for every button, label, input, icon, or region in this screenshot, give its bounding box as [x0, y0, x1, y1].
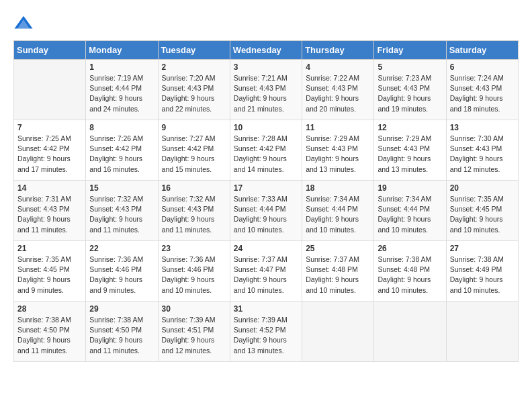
day-info: Sunrise: 7:23 AM Sunset: 4:43 PM Dayligh… — [378, 73, 442, 114]
day-number: 23 — [162, 244, 226, 253]
calendar-week-row: 21Sunrise: 7:35 AM Sunset: 4:45 PM Dayli… — [14, 241, 519, 302]
day-info: Sunrise: 7:19 AM Sunset: 4:44 PM Dayligh… — [89, 73, 154, 114]
day-info: Sunrise: 7:27 AM Sunset: 4:42 PM Dayligh… — [162, 134, 226, 175]
day-info: Sunrise: 7:24 AM Sunset: 4:43 PM Dayligh… — [450, 73, 515, 114]
calendar-week-row: 14Sunrise: 7:31 AM Sunset: 4:43 PM Dayli… — [14, 181, 519, 241]
calendar-cell: 25Sunrise: 7:37 AM Sunset: 4:48 PM Dayli… — [302, 241, 374, 302]
day-info: Sunrise: 7:38 AM Sunset: 4:50 PM Dayligh… — [17, 315, 82, 356]
calendar-table: SundayMondayTuesdayWednesdayThursdayFrid… — [13, 40, 519, 362]
day-info: Sunrise: 7:32 AM Sunset: 4:43 PM Dayligh… — [162, 194, 226, 235]
calendar-cell: 30Sunrise: 7:39 AM Sunset: 4:51 PM Dayli… — [158, 302, 230, 362]
day-info: Sunrise: 7:29 AM Sunset: 4:43 PM Dayligh… — [378, 134, 442, 175]
day-info: Sunrise: 7:39 AM Sunset: 4:51 PM Dayligh… — [162, 315, 226, 356]
calendar-cell: 24Sunrise: 7:37 AM Sunset: 4:47 PM Dayli… — [230, 241, 302, 302]
day-number: 10 — [234, 123, 298, 132]
day-number: 27 — [450, 244, 515, 253]
day-number: 19 — [378, 183, 442, 193]
calendar-cell — [374, 302, 446, 362]
day-number: 17 — [234, 183, 298, 193]
header-thursday: Thursday — [302, 41, 374, 60]
calendar-cell: 18Sunrise: 7:34 AM Sunset: 4:44 PM Dayli… — [302, 181, 374, 241]
calendar-week-row: 7Sunrise: 7:25 AM Sunset: 4:42 PM Daylig… — [14, 120, 519, 181]
header-saturday: Saturday — [446, 41, 518, 60]
calendar-cell: 14Sunrise: 7:31 AM Sunset: 4:43 PM Dayli… — [14, 181, 86, 241]
day-info: Sunrise: 7:38 AM Sunset: 4:50 PM Dayligh… — [89, 315, 154, 356]
day-number: 28 — [17, 304, 82, 314]
calendar-cell: 22Sunrise: 7:36 AM Sunset: 4:46 PM Dayli… — [86, 241, 158, 302]
calendar-cell: 31Sunrise: 7:39 AM Sunset: 4:52 PM Dayli… — [230, 302, 302, 362]
day-number: 7 — [17, 123, 82, 132]
calendar-cell: 20Sunrise: 7:35 AM Sunset: 4:45 PM Dayli… — [446, 181, 518, 241]
calendar-cell: 26Sunrise: 7:38 AM Sunset: 4:48 PM Dayli… — [374, 241, 446, 302]
day-number: 3 — [234, 62, 298, 72]
day-info: Sunrise: 7:26 AM Sunset: 4:42 PM Dayligh… — [89, 134, 154, 175]
calendar-cell: 1Sunrise: 7:19 AM Sunset: 4:44 PM Daylig… — [86, 60, 158, 120]
day-info: Sunrise: 7:39 AM Sunset: 4:52 PM Dayligh… — [234, 315, 298, 356]
day-number: 12 — [378, 123, 442, 132]
day-info: Sunrise: 7:35 AM Sunset: 4:45 PM Dayligh… — [17, 255, 82, 295]
calendar-week-row: 1Sunrise: 7:19 AM Sunset: 4:44 PM Daylig… — [14, 60, 519, 120]
calendar-cell: 28Sunrise: 7:38 AM Sunset: 4:50 PM Dayli… — [14, 302, 86, 362]
day-number: 20 — [450, 183, 515, 193]
day-info: Sunrise: 7:31 AM Sunset: 4:43 PM Dayligh… — [17, 194, 82, 235]
day-number: 8 — [89, 123, 154, 132]
day-number: 18 — [306, 183, 370, 193]
day-number: 24 — [234, 244, 298, 253]
calendar-cell: 7Sunrise: 7:25 AM Sunset: 4:42 PM Daylig… — [14, 120, 86, 181]
day-number: 22 — [89, 244, 154, 253]
day-info: Sunrise: 7:37 AM Sunset: 4:47 PM Dayligh… — [234, 255, 298, 295]
day-info: Sunrise: 7:30 AM Sunset: 4:43 PM Dayligh… — [450, 134, 515, 175]
day-number: 31 — [234, 304, 298, 314]
calendar-cell — [446, 302, 518, 362]
page-header — [13, 13, 519, 34]
calendar-cell: 4Sunrise: 7:22 AM Sunset: 4:43 PM Daylig… — [302, 60, 374, 120]
calendar-cell: 8Sunrise: 7:26 AM Sunset: 4:42 PM Daylig… — [86, 120, 158, 181]
day-info: Sunrise: 7:32 AM Sunset: 4:43 PM Dayligh… — [89, 194, 154, 235]
day-number: 29 — [89, 304, 154, 314]
day-info: Sunrise: 7:25 AM Sunset: 4:42 PM Dayligh… — [17, 134, 82, 175]
calendar-cell: 9Sunrise: 7:27 AM Sunset: 4:42 PM Daylig… — [158, 120, 230, 181]
day-info: Sunrise: 7:29 AM Sunset: 4:43 PM Dayligh… — [306, 134, 370, 175]
calendar-cell: 12Sunrise: 7:29 AM Sunset: 4:43 PM Dayli… — [374, 120, 446, 181]
day-info: Sunrise: 7:35 AM Sunset: 4:45 PM Dayligh… — [450, 194, 515, 235]
day-number: 4 — [306, 62, 370, 72]
header-monday: Monday — [86, 41, 158, 60]
logo — [13, 13, 36, 34]
day-number: 16 — [162, 183, 226, 193]
calendar-cell: 17Sunrise: 7:33 AM Sunset: 4:44 PM Dayli… — [230, 181, 302, 241]
day-info: Sunrise: 7:36 AM Sunset: 4:46 PM Dayligh… — [162, 255, 226, 295]
day-info: Sunrise: 7:37 AM Sunset: 4:48 PM Dayligh… — [306, 255, 370, 295]
day-info: Sunrise: 7:38 AM Sunset: 4:48 PM Dayligh… — [378, 255, 442, 295]
day-number: 2 — [162, 62, 226, 72]
calendar-cell: 16Sunrise: 7:32 AM Sunset: 4:43 PM Dayli… — [158, 181, 230, 241]
calendar-cell: 15Sunrise: 7:32 AM Sunset: 4:43 PM Dayli… — [86, 181, 158, 241]
day-number: 14 — [17, 183, 82, 193]
calendar-cell: 19Sunrise: 7:34 AM Sunset: 4:44 PM Dayli… — [374, 181, 446, 241]
header-tuesday: Tuesday — [158, 41, 230, 60]
day-number: 25 — [306, 244, 370, 253]
day-number: 11 — [306, 123, 370, 132]
day-info: Sunrise: 7:36 AM Sunset: 4:46 PM Dayligh… — [89, 255, 154, 295]
day-number: 13 — [450, 123, 515, 132]
day-info: Sunrise: 7:33 AM Sunset: 4:44 PM Dayligh… — [234, 194, 298, 235]
day-number: 9 — [162, 123, 226, 132]
day-info: Sunrise: 7:34 AM Sunset: 4:44 PM Dayligh… — [306, 194, 370, 235]
calendar-cell: 29Sunrise: 7:38 AM Sunset: 4:50 PM Dayli… — [86, 302, 158, 362]
calendar-cell: 5Sunrise: 7:23 AM Sunset: 4:43 PM Daylig… — [374, 60, 446, 120]
day-number: 30 — [162, 304, 226, 314]
calendar-cell: 27Sunrise: 7:38 AM Sunset: 4:49 PM Dayli… — [446, 241, 518, 302]
calendar-header-row: SundayMondayTuesdayWednesdayThursdayFrid… — [14, 41, 519, 60]
calendar-cell: 3Sunrise: 7:21 AM Sunset: 4:43 PM Daylig… — [230, 60, 302, 120]
calendar-cell: 21Sunrise: 7:35 AM Sunset: 4:45 PM Dayli… — [14, 241, 86, 302]
calendar-cell: 13Sunrise: 7:30 AM Sunset: 4:43 PM Dayli… — [446, 120, 518, 181]
logo-icon — [13, 13, 34, 34]
day-info: Sunrise: 7:21 AM Sunset: 4:43 PM Dayligh… — [234, 73, 298, 114]
day-number: 6 — [450, 62, 515, 72]
header-wednesday: Wednesday — [230, 41, 302, 60]
day-info: Sunrise: 7:22 AM Sunset: 4:43 PM Dayligh… — [306, 73, 370, 114]
calendar-cell: 2Sunrise: 7:20 AM Sunset: 4:43 PM Daylig… — [158, 60, 230, 120]
day-number: 15 — [89, 183, 154, 193]
calendar-cell: 10Sunrise: 7:28 AM Sunset: 4:42 PM Dayli… — [230, 120, 302, 181]
day-number: 21 — [17, 244, 82, 253]
day-number: 1 — [89, 62, 154, 72]
